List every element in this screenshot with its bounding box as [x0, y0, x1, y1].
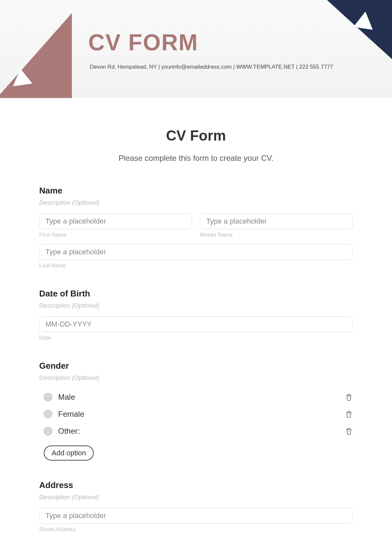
- corner-triangle-right-inner: [353, 10, 375, 30]
- corner-triangle-left-inner: [11, 67, 32, 86]
- gender-option-label: Female: [58, 410, 84, 419]
- trash-icon[interactable]: [345, 410, 353, 418]
- corner-triangle-left: [0, 13, 72, 98]
- trash-icon[interactable]: [345, 393, 353, 401]
- form-page: CV Form Please complete this form to cre…: [39, 98, 353, 533]
- gender-option-male[interactable]: Male: [39, 389, 353, 406]
- gender-option-other[interactable]: Other:: [39, 423, 353, 440]
- address-desc: Description (Optional): [39, 494, 353, 501]
- street-address-sublabel: Street Address: [39, 526, 353, 533]
- radio-icon: [44, 393, 52, 401]
- first-name-input[interactable]: [39, 213, 192, 229]
- name-desc: Description (Optional): [39, 199, 353, 206]
- dob-input[interactable]: [39, 316, 353, 332]
- corner-triangle-right: [323, 0, 392, 62]
- address-label: Address: [39, 480, 353, 490]
- add-option-button[interactable]: Add option: [44, 446, 94, 461]
- middle-name-input[interactable]: [200, 213, 353, 229]
- name-label: Name: [39, 186, 353, 196]
- last-name-sublabel: Last Name: [39, 262, 353, 269]
- middle-name-sublabel: Middle Name: [200, 232, 353, 238]
- first-name-sublabel: First Name: [39, 232, 192, 238]
- dob-sublabel: Date: [39, 335, 353, 341]
- section-gender: Gender Description (Optional) Male Femal…: [39, 361, 353, 461]
- dob-label: Date of Birth: [39, 289, 353, 299]
- banner: CV FORM Devon Rd, Hempstead, NY | yourin…: [0, 0, 392, 98]
- trash-icon[interactable]: [345, 427, 353, 435]
- banner-sub: Devon Rd, Hempstead, NY | yourinfo@email…: [90, 64, 333, 70]
- last-name-input[interactable]: [39, 244, 353, 260]
- dob-desc: Description (Optional): [39, 302, 353, 309]
- radio-icon: [44, 427, 52, 435]
- form-subtitle: Please complete this form to create your…: [39, 154, 353, 163]
- banner-title: CV FORM: [88, 29, 198, 56]
- form-title: CV Form: [39, 127, 353, 144]
- gender-label: Gender: [39, 361, 353, 371]
- section-dob: Date of Birth Description (Optional) Dat…: [39, 289, 353, 341]
- gender-option-label: Male: [58, 393, 75, 402]
- street-address-input[interactable]: [39, 508, 353, 524]
- gender-desc: Description (Optional): [39, 374, 353, 381]
- gender-option-female[interactable]: Female: [39, 406, 353, 423]
- gender-option-label: Other:: [58, 427, 80, 436]
- section-address: Address Description (Optional) Street Ad…: [39, 480, 353, 533]
- radio-icon: [44, 410, 52, 418]
- section-name: Name Description (Optional) First Name M…: [39, 186, 353, 269]
